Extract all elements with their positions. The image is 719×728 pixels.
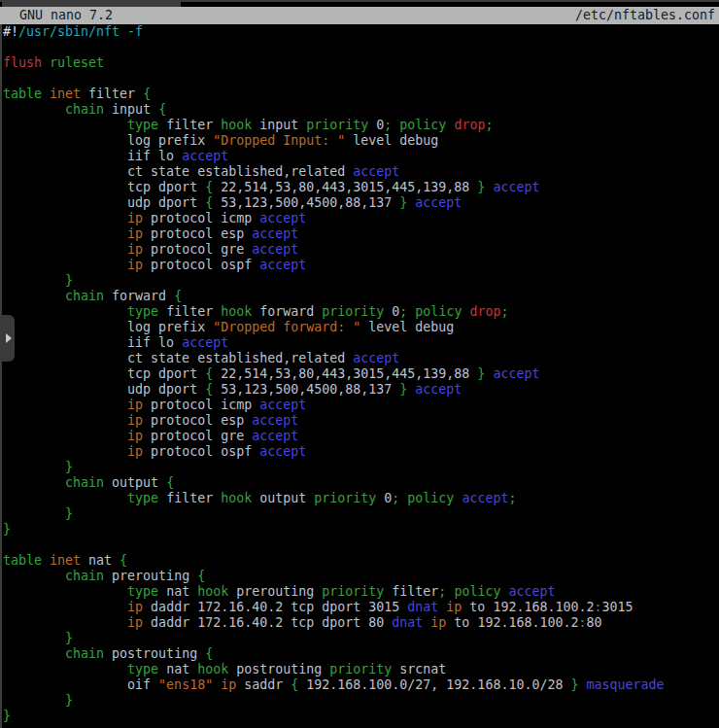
editor-content[interactable]: #!/usr/sbin/nft -f flush ruleset table i…: [3, 24, 719, 728]
file-path: /etc/nftables.conf: [575, 8, 715, 23]
code-line: [3, 537, 719, 553]
code-line: oif "ens18" ip saddr { 192.168.100.0/27,…: [3, 677, 719, 693]
side-panel-toggle[interactable]: [2, 315, 15, 362]
terminal-tab-remnant: [2, 0, 181, 7]
code-line: chain prerouting {: [3, 569, 719, 584]
code-line: ct state established,related accept: [3, 164, 719, 180]
code-line: }: [3, 460, 719, 475]
code-line: #!/usr/sbin/nft -f: [3, 24, 719, 40]
code-line: chain output {: [3, 475, 719, 491]
code-line: ip protocol gre accept: [3, 429, 719, 444]
code-line: type filter hook output priority 0; poli…: [3, 491, 719, 506]
code-line: udp dport { 53,123,500,4500,88,137 } acc…: [3, 382, 719, 398]
code-line: ip protocol ospf accept: [3, 258, 719, 273]
code-line: chain forward {: [3, 289, 719, 304]
code-line: ip daddr 172.16.40.2 tcp dport 80 dnat i…: [3, 615, 719, 631]
code-line: chain input {: [3, 102, 719, 118]
code-line: }: [3, 693, 719, 709]
code-line: ip protocol esp accept: [3, 226, 719, 242]
code-line: }: [3, 522, 719, 537]
code-line: table inet filter {: [3, 87, 719, 102]
code-line: type nat hook prerouting priority filter…: [3, 584, 719, 600]
code-line: ip daddr 172.16.40.2 tcp dport 3015 dnat…: [3, 600, 719, 615]
code-line: }: [3, 273, 719, 289]
code-line: udp dport { 53,123,500,4500,88,137 } acc…: [3, 195, 719, 211]
code-line: log prefix "Dropped Input: " level debug: [3, 133, 719, 149]
code-line: }: [3, 631, 719, 646]
nano-version-title: GNU nano 7.2: [4, 8, 113, 23]
code-line: iif lo accept: [3, 335, 719, 351]
code-line: ip protocol esp accept: [3, 413, 719, 429]
triangle-right-icon: [6, 333, 12, 343]
code-line: ct state established,related accept: [3, 351, 719, 366]
code-line: iif lo accept: [3, 149, 719, 164]
code-line: ip protocol icmp accept: [3, 211, 719, 226]
code-line: [3, 40, 719, 55]
code-line: log prefix "Dropped forward: " level deb…: [3, 320, 719, 335]
code-line: chain postrouting {: [3, 646, 719, 662]
code-line: }: [3, 506, 719, 522]
code-line: ip protocol gre accept: [3, 242, 719, 258]
nano-titlebar: GNU nano 7.2 /etc/nftables.conf: [0, 7, 719, 24]
code-line: table inet nat {: [3, 553, 719, 569]
code-line: tcp dport { 22,514,53,80,443,3015,445,13…: [3, 366, 719, 382]
code-line: type filter hook input priority 0; polic…: [3, 118, 719, 133]
window-left-border: [0, 24, 2, 728]
code-line: type filter hook forward priority 0; pol…: [3, 304, 719, 320]
code-line: }: [3, 709, 719, 724]
code-line: ip protocol ospf accept: [3, 444, 719, 460]
code-line: ip protocol icmp accept: [3, 398, 719, 413]
code-line: tcp dport { 22,514,53,80,443,3015,445,13…: [3, 180, 719, 195]
code-line: type nat hook postrouting priority srcna…: [3, 662, 719, 677]
code-line: [3, 71, 719, 87]
code-line: flush ruleset: [3, 55, 719, 71]
